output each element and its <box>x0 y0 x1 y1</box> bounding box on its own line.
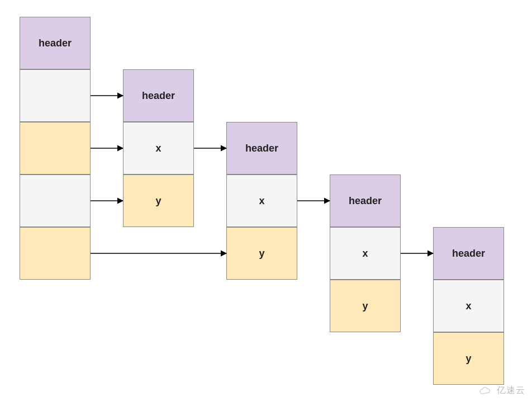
col2-x: x <box>226 174 297 227</box>
col0-slot2 <box>20 122 91 174</box>
col4-header: header <box>433 227 504 280</box>
col2-header: header <box>226 122 297 174</box>
col3-header: header <box>330 174 401 227</box>
watermark-text: 亿速云 <box>497 385 525 397</box>
col2-y: y <box>226 227 297 280</box>
col0-slot1 <box>20 69 91 122</box>
col1-header: header <box>123 69 194 122</box>
col3-header-label: header <box>349 195 382 207</box>
col4-x: x <box>433 280 504 332</box>
col0-slot3 <box>20 174 91 227</box>
col2-y-label: y <box>259 248 264 260</box>
col3-x: x <box>330 227 401 280</box>
col4-x-label: x <box>466 300 471 312</box>
watermark: 亿速云 <box>478 385 525 397</box>
cloud-icon <box>478 386 493 396</box>
col1-x: x <box>123 122 194 174</box>
col1-header-label: header <box>142 90 175 102</box>
col0-slot4 <box>20 227 91 280</box>
col3-y: y <box>330 280 401 332</box>
col1-x-label: x <box>155 143 161 154</box>
col4-y: y <box>433 332 504 385</box>
col3-y-label: y <box>362 300 368 312</box>
col4-header-label: header <box>452 248 485 260</box>
col0-header: header <box>20 17 91 69</box>
col1-y-label: y <box>155 195 161 207</box>
col3-x-label: x <box>362 248 368 260</box>
col1-y: y <box>123 174 194 227</box>
col4-y-label: y <box>466 353 471 365</box>
col2-x-label: x <box>259 195 264 207</box>
col0-header-label: header <box>39 37 72 49</box>
col2-header-label: header <box>245 143 278 154</box>
